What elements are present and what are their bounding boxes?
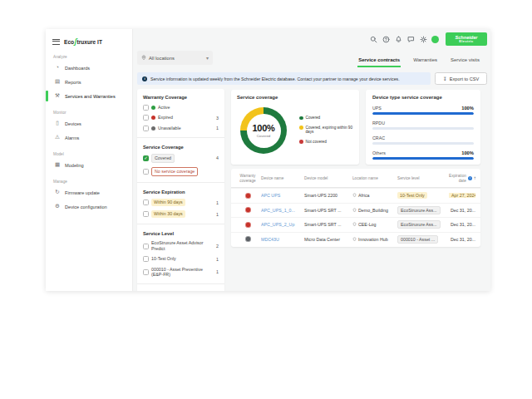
filter-option-label: Within 90 days — [151, 199, 185, 206]
sidebar: Ecoʃtruxure IT Analyze ◔ Dashboards ▤ Re… — [46, 29, 133, 291]
services-warranties-icon: ⚒ — [54, 93, 61, 99]
device-name-link[interactable]: APC_UPS_1_0... — [261, 208, 303, 213]
alarms-icon: ⚠ — [54, 135, 61, 140]
service-coverage-card: Service coverage 100% Covered Covered Co… — [231, 90, 359, 165]
export-csv-button[interactable]: Export to CSV — [435, 72, 487, 85]
filter-option-label: Active — [158, 105, 170, 111]
bar-track — [372, 127, 474, 131]
sidebar-entry[interactable]: ▯ Devices — [46, 116, 132, 131]
table-row[interactable]: MDC43U Micro Data Center Innovation Hub … — [231, 232, 480, 247]
filter-option[interactable]: Expired 3 — [143, 115, 219, 121]
filter-option[interactable]: 000010 - Asset Preventive (E&P-FR) 1 — [143, 267, 219, 278]
sidebar-entry[interactable]: ▦ Modeling — [46, 158, 132, 172]
column-header: Device name — [261, 176, 303, 181]
checkbox[interactable] — [143, 126, 149, 131]
checkbox[interactable] — [143, 169, 149, 175]
table-row[interactable]: APC_UPS_1_0... Smart-UPS SRT ... Demo_Bu… — [231, 203, 480, 218]
menu-icon[interactable] — [52, 39, 60, 45]
sidebar-entry[interactable]: ◔ Dashboards — [46, 61, 132, 75]
filter-option-label: Unavailable — [158, 126, 181, 131]
sidebar-entry[interactable]: ⚠ Alarms — [46, 131, 132, 145]
sort-ascending-icon[interactable] — [474, 175, 476, 181]
sidebar-entry[interactable]: ⚙ Device configuration — [46, 200, 132, 214]
filter-option[interactable]: Active — [143, 105, 219, 111]
device-configuration-icon: ⚙ — [54, 204, 61, 209]
devices-icon: ▯ — [54, 121, 61, 126]
table-row[interactable]: APC UPS Smart-UPS 2200 Africa 10-Test On… — [231, 188, 480, 203]
checkbox[interactable] — [143, 115, 149, 121]
help-icon[interactable] — [382, 35, 390, 43]
sidebar-entry: Model — [46, 152, 132, 156]
settings-icon[interactable] — [419, 35, 427, 43]
feedback-icon[interactable] — [406, 35, 415, 43]
card-title: Device type service coverage — [372, 95, 474, 100]
checkbox[interactable] — [143, 269, 149, 275]
column-header: Location name — [352, 176, 396, 181]
status-dot-icon — [151, 116, 155, 120]
status-dot-icon — [151, 106, 155, 110]
sidebar-entry[interactable]: ▤ Reports — [46, 75, 132, 89]
checkbox[interactable] — [143, 256, 149, 262]
sidebar-entry[interactable]: ⚒ Services and Warranties — [46, 89, 132, 103]
filter-option[interactable]: EcoStruxure Asset Advisor Predict 2 — [143, 240, 219, 251]
filter-section-title: Warranty Coverage — [143, 95, 219, 100]
expiration-value: Dec 31, 20... — [451, 222, 475, 227]
tab[interactable]: Warranties — [412, 55, 438, 67]
filter-option-count: 2 — [214, 244, 219, 249]
divider — [137, 283, 224, 284]
checkbox[interactable] — [143, 211, 149, 217]
checkbox[interactable] — [143, 244, 149, 249]
device-name-link[interactable]: MDC43U — [261, 237, 303, 242]
location-cell: Africa — [352, 193, 396, 198]
filter-section-title: Service Expiration — [143, 190, 219, 195]
filter-option-count: 3 — [214, 116, 219, 121]
warranty-status-icon — [245, 236, 251, 242]
service-level-cell: 000010 - Asset ... — [397, 235, 447, 244]
location-filter[interactable]: All locations — [137, 51, 213, 65]
tabs: Service contracts Warranties Service vis… — [357, 55, 480, 67]
notifications-icon[interactable] — [394, 35, 402, 43]
filter-option-label: 10-Test Only — [151, 256, 176, 262]
checkbox[interactable] — [143, 105, 149, 111]
sidebar-entry[interactable]: ↻ Firmware update — [46, 185, 132, 200]
filter-option[interactable]: No service coverage — [143, 167, 219, 176]
bar-label: UPS — [372, 106, 382, 111]
checkbox[interactable] — [143, 155, 149, 161]
location-filter-label: All locations — [149, 56, 175, 61]
info-icon — [142, 76, 147, 81]
bar-label: RPDU — [372, 121, 385, 126]
location-pin-icon — [352, 237, 357, 242]
service-level-chip: 10-Test Only — [397, 192, 427, 199]
bar-row: CRAC — [372, 135, 474, 145]
divider — [137, 224, 224, 224]
filter-option-count: 1 — [214, 257, 219, 262]
table-row[interactable]: APC_UPS_2_Up Smart-UPS SRT ... CEE-Log E… — [231, 217, 480, 232]
filter-option[interactable]: 10-Test Only 1 — [143, 256, 219, 262]
info-icon[interactable] — [468, 176, 472, 180]
checkbox[interactable] — [143, 200, 149, 205]
sidebar-nav: Analyze ◔ Dashboards ▤ Reports ⚒ Service… — [46, 55, 132, 214]
filter-option[interactable]: Unavailable 1 — [143, 126, 219, 131]
filter-section-title: Service Level — [143, 231, 219, 236]
location-cell: CEE-Log — [352, 222, 396, 227]
expiration-value: Dec 31, 20... — [451, 237, 475, 242]
tab[interactable]: Service contracts — [357, 55, 401, 67]
topbar — [369, 35, 439, 43]
device-name-link[interactable]: APC UPS — [261, 193, 303, 198]
filter-option[interactable]: Within 30 days 1 — [143, 210, 219, 218]
bar-row: Others 100% — [372, 150, 474, 160]
bar-value: 100% — [461, 106, 474, 111]
info-banner-text: Service information is updated weekly fr… — [150, 76, 400, 81]
schneider-electric-logo: Schneider Electric — [446, 32, 487, 46]
expiration-cell: Apr 27, 2024 — [449, 193, 475, 198]
donut-chart: 100% Covered — [240, 107, 287, 154]
tab[interactable]: Service visits — [450, 55, 480, 67]
filter-option[interactable]: Covered 4 — [143, 154, 219, 163]
donut-center: 100% Covered — [240, 107, 287, 154]
bar-track — [372, 157, 474, 160]
user-avatar[interactable] — [431, 36, 439, 43]
filter-option[interactable]: Within 90 days 1 — [143, 199, 219, 206]
device-name-link[interactable]: APC_UPS_2_Up — [261, 222, 303, 227]
search-icon[interactable] — [369, 35, 377, 43]
location-pin-icon — [141, 55, 146, 61]
